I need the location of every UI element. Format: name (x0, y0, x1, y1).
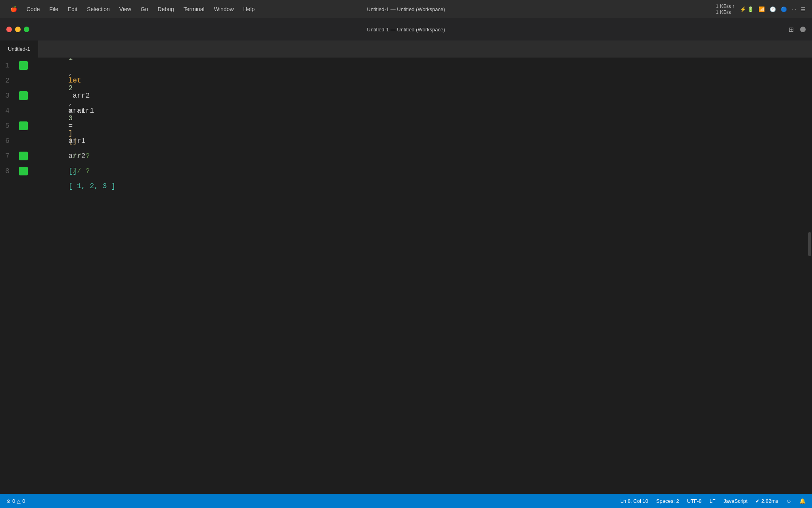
traffic-lights (6, 27, 29, 32)
var-arr1-5: arr1 (68, 107, 90, 115)
apple-menu[interactable]: 🍎 (6, 4, 21, 14)
line-1: 1 let arr1 = [ 1 , 2 , 3 ] (0, 58, 812, 73)
performance[interactable]: ✔ 2.82ms (755, 498, 778, 504)
breakpoint-7[interactable] (19, 152, 28, 160)
result-8: [ 1, 2, 3 ] (68, 182, 115, 190)
editor-area[interactable]: 1 let arr1 = [ 1 , 2 , 3 ] 2 3 (0, 58, 812, 494)
tab-label: Untitled-1 (8, 46, 30, 52)
close-button[interactable] (6, 27, 12, 32)
line-3: 3 let arr2 = arr1 (0, 88, 812, 103)
tab-bar: Untitled-1 (0, 40, 812, 58)
line-5: 5 arr1 = [] (0, 118, 812, 133)
menu-view[interactable]: View (115, 4, 135, 14)
list-icon[interactable]: ☰ (801, 6, 806, 12)
menu-terminal[interactable]: Terminal (180, 4, 209, 14)
line-4: 4 (0, 103, 812, 118)
line-6: 6 (0, 133, 812, 148)
cursor-position[interactable]: Ln 8, Col 10 (620, 498, 648, 504)
menu-file[interactable]: File (45, 4, 62, 14)
toolbar-right: ⊞ (789, 26, 806, 33)
line-number-4: 4 (0, 107, 19, 115)
var-arr2-8: arr2 (68, 152, 85, 160)
more-icon[interactable]: ··· (792, 6, 796, 12)
line-ending[interactable]: LF (710, 498, 716, 504)
warning-icon: △ (17, 498, 21, 504)
line-number-8: 8 (0, 167, 19, 175)
comment-8: // ? (68, 167, 94, 175)
breakpoint-5[interactable] (19, 121, 28, 130)
error-icon: ⊗ (6, 498, 11, 504)
breakpoint-1[interactable] (19, 61, 28, 70)
network-speed-icon: 1 KB/s ↑1 KB/s (716, 3, 735, 15)
line-2: 2 (0, 73, 812, 88)
menu-code[interactable]: Code (23, 4, 44, 14)
menu-help[interactable]: Help (239, 4, 259, 14)
encoding[interactable]: UTF-8 (687, 498, 702, 504)
error-count[interactable]: ⊗ 0 △ 0 (6, 498, 25, 504)
menu-debug[interactable]: Debug (154, 4, 178, 14)
title-bar: Untitled-1 — Untitled (Workspace) ⊞ (0, 18, 812, 40)
line-8: 8 arr2 // ? [ 1, 2, 3 ] (0, 164, 812, 179)
line-number-2: 2 (0, 77, 19, 85)
battery-icon: ⚡ 🔋 (740, 6, 754, 12)
breakpoint-8[interactable] (19, 167, 28, 175)
clock-icon: 🕐 (770, 6, 776, 12)
menu-edit[interactable]: Edit (64, 4, 81, 14)
line-number-6: 6 (0, 137, 19, 145)
menu-selection[interactable]: Selection (83, 4, 114, 14)
smiley-icon[interactable]: ☺ (786, 498, 791, 504)
keyword-let-3: let (68, 77, 81, 85)
spaces-setting[interactable]: Spaces: 2 (656, 498, 679, 504)
tab-untitled-1[interactable]: Untitled-1 (0, 40, 38, 58)
line-7: 7 arr1 // ? [] (0, 148, 812, 164)
window-title: Untitled-1 — Untitled (Workspace) (367, 27, 445, 33)
scrollbar-thumb[interactable] (808, 232, 811, 256)
line-number-7: 7 (0, 152, 19, 160)
finder-icon: 🔵 (781, 6, 787, 12)
breakpoint-3[interactable] (19, 91, 28, 100)
minimize-button[interactable] (15, 27, 21, 32)
language-mode[interactable]: JavaScript (724, 498, 748, 504)
menu-bar: 🍎 Code File Edit Selection View Go Debug… (0, 0, 812, 18)
maximize-button[interactable] (24, 27, 29, 32)
warning-number: 0 (22, 498, 25, 504)
split-editor-icon[interactable]: ⊞ (789, 26, 794, 33)
code-line-8: arr2 // ? [ 1, 2, 3 ] (28, 133, 115, 209)
menubar-right: 1 KB/s ↑1 KB/s ⚡ 🔋 📶 🕐 🔵 ··· ☰ (716, 3, 806, 15)
menu-window[interactable]: Window (210, 4, 238, 14)
sync-indicator (800, 27, 806, 32)
status-bar: ⊗ 0 △ 0 Ln 8, Col 10 Spaces: 2 UTF-8 LF … (0, 494, 812, 508)
menu-items: 🍎 Code File Edit Selection View Go Debug… (6, 4, 259, 14)
line-number-3: 3 (0, 92, 19, 100)
line-number-5: 5 (0, 122, 19, 130)
error-number: 0 (12, 498, 15, 504)
code-editor[interactable]: 1 let arr1 = [ 1 , 2 , 3 ] 2 3 (0, 58, 812, 494)
wifi-icon: 📶 (758, 6, 765, 12)
menu-go[interactable]: Go (137, 4, 152, 14)
scrollbar-track[interactable] (807, 58, 812, 494)
line-number-1: 1 (0, 62, 19, 69)
bell-icon[interactable]: 🔔 (799, 498, 806, 504)
menubar-title: Untitled-1 — Untitled (Workspace) (367, 6, 445, 12)
status-bar-right: Ln 8, Col 10 Spaces: 2 UTF-8 LF JavaScri… (613, 498, 806, 504)
